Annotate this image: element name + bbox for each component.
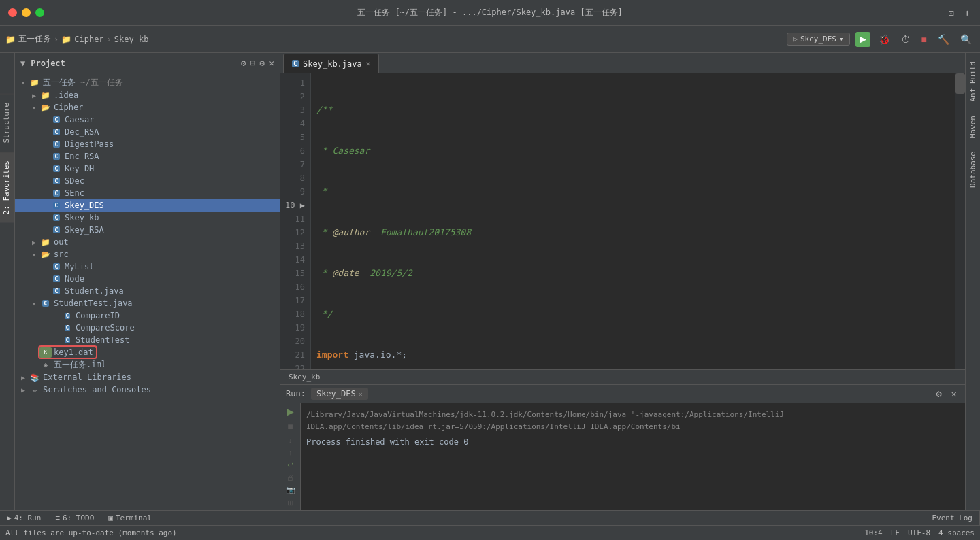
tree-sdec[interactable]: ▶ C SDec bbox=[15, 175, 280, 187]
panel-header: ▼ Project ⚙ ⊟ ⚙ ✕ bbox=[15, 53, 280, 73]
left-vertical-tabs: Structure 2: Favorites bbox=[0, 53, 15, 510]
tree-student[interactable]: ▶ C Student.java bbox=[15, 285, 280, 297]
tree-comparescore[interactable]: ▶ C CompareScore bbox=[15, 322, 280, 334]
tree-cipher[interactable]: ▾ 📂 Cipher bbox=[15, 101, 280, 114]
breadcrumb-cipher[interactable]: Cipher bbox=[74, 35, 103, 44]
skey-rsa-icon: C bbox=[50, 224, 63, 235]
editor-tabs: C Skey_kb.java ✕ bbox=[280, 53, 965, 73]
status-message: All files are up-to-date (moments ago) bbox=[5, 528, 177, 537]
scroll-up-button[interactable]: ↑ bbox=[289, 448, 293, 456]
dec-rsa-icon: C bbox=[50, 126, 63, 137]
code-area[interactable]: 1 2 3 4 5 6 7 8 9 10 ▶ 11 12 13 14 bbox=[280, 73, 965, 369]
breadcrumb-project[interactable]: 五一任务 bbox=[18, 33, 51, 45]
stop-run-button[interactable]: ■ bbox=[287, 421, 293, 432]
print-button[interactable]: 🖨 bbox=[287, 473, 294, 482]
camera-button[interactable]: 📷 bbox=[286, 486, 295, 494]
soft-wrap-button[interactable]: ↩ bbox=[287, 460, 293, 469]
ant-build-tab[interactable]: Ant Build bbox=[967, 56, 979, 107]
stop-button[interactable]: ■ bbox=[919, 33, 930, 46]
rerun-button[interactable]: ▶ bbox=[287, 406, 294, 417]
tab-skey-kb[interactable]: C Skey_kb.java ✕ bbox=[283, 54, 379, 73]
titlebar-icons: ⊡ ⬆ bbox=[945, 6, 973, 20]
tree-skey-kb[interactable]: ▶ C Skey_kb bbox=[15, 212, 280, 224]
event-log-tab[interactable]: Event Log bbox=[925, 511, 980, 526]
collapse-all-icon[interactable]: ⊟ bbox=[250, 58, 256, 68]
todo-tool-tab[interactable]: ≡ 6: TODO bbox=[48, 511, 101, 526]
expand-icon[interactable]: ⊡ bbox=[945, 6, 956, 20]
tree-enc-rsa[interactable]: ▶ C Enc_RSA bbox=[15, 150, 280, 163]
tree-external-libs[interactable]: ▶ 📚 External Libraries bbox=[15, 371, 280, 384]
ln-5: 5 bbox=[280, 131, 305, 144]
code-line-2: * Casesar bbox=[316, 144, 950, 158]
terminal-tool-icon: ▣ bbox=[108, 513, 113, 522]
root-label: 五一任务 ~/五一任务 bbox=[43, 77, 123, 88]
ln-15: 15 bbox=[280, 267, 305, 280]
tree-digestpass[interactable]: ▶ C DigestPass bbox=[15, 138, 280, 150]
tree-studenttest[interactable]: ▾ C StudentTest.java bbox=[15, 297, 280, 309]
tree-scratches[interactable]: ▶ ✏ Scratches and Consoles bbox=[15, 384, 280, 396]
tree-mylist[interactable]: ▶ C MyList bbox=[15, 260, 280, 273]
scratches-label: Scratches and Consoles bbox=[43, 385, 151, 394]
favorites-tab[interactable]: 2: Favorites bbox=[0, 152, 14, 222]
run-button[interactable]: ▶ bbox=[855, 32, 870, 47]
tree-caesar[interactable]: ▶ C Caesar bbox=[15, 114, 280, 126]
run-tab-close-icon[interactable]: ✕ bbox=[359, 390, 363, 398]
run-tab-skey-des[interactable]: Skey_DES ✕ bbox=[311, 388, 368, 400]
tree-key-dh[interactable]: ▶ C Key_DH bbox=[15, 163, 280, 175]
tree-wuyi-iml[interactable]: ▶ ◈ 五一任务.iml bbox=[15, 358, 280, 371]
run-close-icon[interactable]: ✕ bbox=[949, 387, 960, 401]
tree-skey-rsa[interactable]: ▶ C Skey_RSA bbox=[15, 224, 280, 236]
ln-9: 9 bbox=[280, 185, 305, 199]
structure-tab[interactable]: Structure bbox=[0, 94, 14, 152]
tab-close-icon[interactable]: ✕ bbox=[366, 59, 371, 68]
scroll-to-end-button[interactable]: ↓ bbox=[289, 436, 293, 444]
tree-out[interactable]: ▶ 📁 out bbox=[15, 236, 280, 248]
gear-icon[interactable]: ⚙ bbox=[259, 58, 265, 68]
tree-src[interactable]: ▾ 📂 src bbox=[15, 248, 280, 260]
back-icon[interactable]: ⬆ bbox=[962, 6, 973, 20]
run-tool-label: 4: Run bbox=[14, 513, 42, 522]
maven-tab[interactable]: Maven bbox=[967, 110, 979, 144]
close-panel-icon[interactable]: ✕ bbox=[269, 58, 274, 68]
run-config-selector[interactable]: ▷ Skey_DES ▾ bbox=[787, 33, 849, 46]
gear-run-button[interactable]: ⊞ bbox=[287, 499, 293, 507]
search-button[interactable]: 🔍 bbox=[958, 33, 975, 46]
ln-3: 3 bbox=[280, 103, 305, 117]
tree-compareid[interactable]: ▶ C CompareID bbox=[15, 309, 280, 322]
ln-18: 18 bbox=[280, 307, 305, 321]
run-settings-icon[interactable]: ⚙ bbox=[933, 387, 944, 401]
panel-dropdown-icon: ▼ bbox=[20, 58, 25, 68]
scratches-icon: ✏ bbox=[29, 384, 41, 395]
terminal-tool-tab[interactable]: ▣ Terminal bbox=[101, 511, 159, 526]
tree-idea[interactable]: ▶ 📁 .idea bbox=[15, 89, 280, 101]
statusbar: All files are up-to-date (moments ago) 1… bbox=[0, 525, 980, 540]
database-tab[interactable]: Database bbox=[967, 146, 979, 193]
minimize-button[interactable] bbox=[22, 8, 31, 17]
code-line-1: /** bbox=[316, 103, 950, 117]
maximize-button[interactable] bbox=[35, 8, 44, 17]
run-with-coverage-button[interactable]: ⏱ bbox=[898, 33, 913, 46]
settings-icon[interactable]: ⚙ bbox=[241, 58, 246, 68]
close-button[interactable] bbox=[8, 8, 17, 17]
key1dat-icon: K bbox=[39, 347, 52, 358]
code-line-3: * bbox=[316, 185, 950, 199]
tree-node[interactable]: ▶ C Node bbox=[15, 273, 280, 285]
tree-studenttest-inner[interactable]: ▶ C StudentTest bbox=[15, 334, 280, 346]
key1dat-label: key1.dat bbox=[54, 348, 96, 357]
debug-button[interactable]: 🐞 bbox=[876, 33, 893, 46]
tree-root[interactable]: ▾ 📁 五一任务 ~/五一任务 bbox=[15, 76, 280, 89]
tree-key1dat[interactable]: ▶ K key1.dat bbox=[15, 346, 280, 358]
build-button[interactable]: 🔨 bbox=[935, 33, 952, 46]
toolbar-right: ▷ Skey_DES ▾ ▶ 🐞 ⏱ ■ 🔨 🔍 bbox=[787, 32, 975, 47]
tree-skey-des[interactable]: ▶ C Skey_DES bbox=[15, 199, 280, 212]
tree-dec-rsa[interactable]: ▶ C Dec_RSA bbox=[15, 126, 280, 138]
run-tool-icon: ▶ bbox=[7, 513, 12, 522]
project-tree: ▾ 📁 五一任务 ~/五一任务 ▶ 📁 .idea ▾ 📂 Cipher bbox=[15, 73, 280, 510]
tree-senc[interactable]: ▶ C SEnc bbox=[15, 187, 280, 199]
run-header: Run: Skey_DES ✕ ⚙ ✕ bbox=[280, 385, 965, 403]
skey-kb-label: Skey_kb bbox=[65, 213, 99, 222]
run-tool-tab[interactable]: ▶ 4: Run bbox=[0, 511, 48, 526]
code-content[interactable]: /** * Casesar * * @author Fomalhaut20175… bbox=[311, 73, 956, 369]
editor-scrollbar[interactable] bbox=[956, 73, 965, 369]
breadcrumb-file[interactable]: Skey_kb bbox=[114, 35, 149, 44]
